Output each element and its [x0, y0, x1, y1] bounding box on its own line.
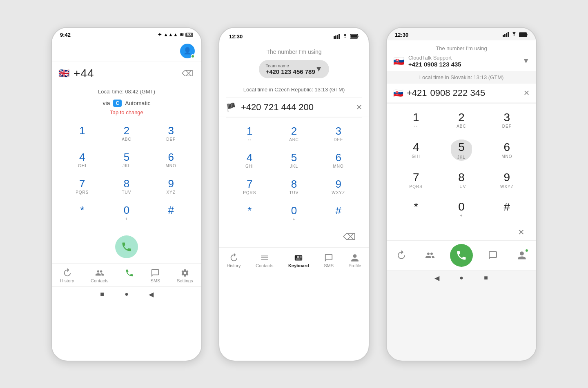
svg-rect-5 [351, 35, 357, 38]
key3-2[interactable]: 2 ABC [439, 106, 484, 135]
nav-contacts-2[interactable]: Contacts [252, 252, 277, 270]
key2-8[interactable]: 8 TUV [272, 174, 316, 200]
battery-icon-3 [519, 32, 528, 37]
key2-0[interactable]: 0 + [272, 200, 316, 227]
key2-2[interactable]: 2 ABC [272, 121, 316, 147]
key3-5-pressed: 5 JKL [451, 140, 472, 161]
nav-keyboard-2[interactable]: Keyboard [284, 252, 313, 270]
key3-1[interactable]: 1 ◦◦ [393, 106, 439, 135]
keypad-3: 1 ◦◦ 2 ABC 3 DEF 4 GHI 5 JKL 6 MNO 7 PQR… [387, 104, 536, 226]
key-main-hash: # [168, 204, 174, 217]
key-5[interactable]: 5 JKL [105, 147, 149, 173]
number-selector-info: Team name +420 123 456 789 [265, 63, 315, 75]
history-icon-1 [62, 268, 71, 277]
key-9[interactable]: 9 XYZ [149, 173, 193, 200]
nav-settings-1[interactable]: Settings [173, 267, 197, 285]
nav-sms-3[interactable] [484, 246, 502, 264]
key-star[interactable]: * [60, 200, 105, 226]
key3-3[interactable]: 3 DEF [484, 106, 530, 135]
clear-button-2[interactable]: ✕ [356, 103, 362, 112]
key-2[interactable]: 2 ABC [105, 120, 149, 147]
settings-icon-1 [180, 268, 189, 277]
key-6[interactable]: 6 MNO [149, 147, 193, 173]
dialed-number-2: +420 721 444 200 [241, 102, 351, 113]
nav-profile-2[interactable]: Profile [345, 252, 365, 270]
svg-rect-7 [504, 34, 506, 37]
key-sub-0: + [125, 217, 128, 222]
nav-contacts-1[interactable]: Contacts [87, 267, 112, 285]
nav-sms-label-1: SMS [151, 278, 160, 283]
expand-button[interactable]: ▼ [522, 57, 530, 65]
call-button-1[interactable] [115, 235, 138, 258]
key3-6[interactable]: 6 MNO [484, 135, 530, 166]
backspace-btn-3[interactable]: ✕ [518, 227, 525, 237]
contacts-icon-2 [260, 253, 269, 262]
key-8[interactable]: 8 TUV [105, 173, 149, 200]
key-sub-7: PQRS [76, 190, 89, 196]
nav-profile-label-2: Profile [349, 263, 361, 268]
clear-btn-3[interactable]: ✕ [523, 89, 530, 98]
phone-3: 12:30 The number I'm using 🇸🇰 CloudTalk … [386, 27, 537, 361]
call-icon-1 [125, 268, 134, 277]
key3-7[interactable]: 7 PQRS [393, 166, 439, 195]
backspace-btn-2[interactable]: ⌫ [343, 232, 356, 242]
dialer-number-row: 🏴 +420 721 444 200 ✕ [219, 98, 369, 117]
key2-3[interactable]: 3 DEF [316, 121, 361, 147]
nav-contacts-3[interactable] [421, 246, 439, 264]
key3-9[interactable]: 9 WXYZ [484, 166, 530, 195]
key-hash[interactable]: # [149, 200, 193, 226]
key2-1[interactable]: 1 ◦◦ [227, 121, 272, 147]
country-flag[interactable]: 🇬🇧 [58, 68, 69, 79]
key2-6[interactable]: 6 MNO [316, 147, 361, 174]
key2-7[interactable]: 7 PQRS [227, 174, 272, 200]
history-icon-3 [396, 251, 406, 260]
key3-8[interactable]: 8 TUV [439, 166, 484, 195]
phone3-header: The number I'm using 🇸🇰 CloudTalk Suppor… [387, 40, 536, 71]
key3-hash[interactable]: # [484, 195, 530, 224]
team-name-label: Team name [265, 63, 315, 68]
number-using-3: The number I'm using [393, 45, 530, 51]
call-button-3[interactable] [450, 244, 473, 267]
key2-4[interactable]: 4 GHI [227, 147, 272, 174]
number-selector[interactable]: Team name +420 123 456 789 ▼ [259, 60, 329, 78]
nav-history-2[interactable]: History [223, 252, 245, 270]
via-row: via C Automatic [52, 98, 201, 109]
nav-sms-1[interactable]: SMS [147, 267, 165, 285]
phone-icon-1 [121, 241, 132, 253]
key3-5[interactable]: 5 JKL [439, 135, 484, 166]
backspace-button[interactable]: ⌫ [180, 67, 195, 80]
key-main-0: 0 [124, 204, 129, 217]
key-0[interactable]: 0 + [105, 200, 149, 226]
key3-0[interactable]: 0 + [439, 195, 484, 224]
nav-sms-2[interactable]: SMS [320, 252, 338, 270]
keyboard-icon-2 [294, 253, 303, 262]
via-service: Automatic [125, 100, 150, 106]
android-nav-1: ■ ● ◀ [52, 286, 201, 303]
key2-hash[interactable]: # [316, 200, 361, 227]
key3-star[interactable]: * [393, 195, 439, 224]
key3-4[interactable]: 4 GHI [393, 135, 439, 166]
status-icons-1: ✦ ▲▲▲ ≋ 53 [158, 32, 193, 38]
nav-history-3[interactable] [392, 246, 410, 264]
backspace-row-2: ⌫ [219, 230, 369, 247]
svg-rect-2 [337, 35, 338, 39]
nav-history-1[interactable]: History [56, 267, 78, 285]
service-name: CloudTalk Support [408, 55, 518, 61]
key2-star[interactable]: * [227, 200, 272, 227]
tap-to-change[interactable]: Tap to change [52, 109, 201, 116]
key-3[interactable]: 3 DEF [149, 120, 193, 147]
avatar[interactable]: 👤 [180, 44, 195, 58]
key-4[interactable]: 4 GHI [60, 147, 105, 173]
key-7[interactable]: 7 PQRS [60, 173, 105, 200]
key-main-7: 7 [79, 177, 85, 190]
nav-profile-3[interactable] [513, 246, 531, 264]
wifi-icon: ≋ [180, 32, 184, 38]
key-main-8: 8 [124, 177, 129, 190]
key2-5[interactable]: 5 JKL [272, 147, 316, 174]
key-1[interactable]: 1 [60, 120, 105, 147]
nav-call-1[interactable] [121, 267, 138, 285]
sms-icon-3 [488, 251, 498, 260]
key-main-star: * [80, 204, 84, 217]
key-sub-9: XYZ [166, 190, 175, 196]
key2-9[interactable]: 9 WXYZ [316, 174, 361, 200]
